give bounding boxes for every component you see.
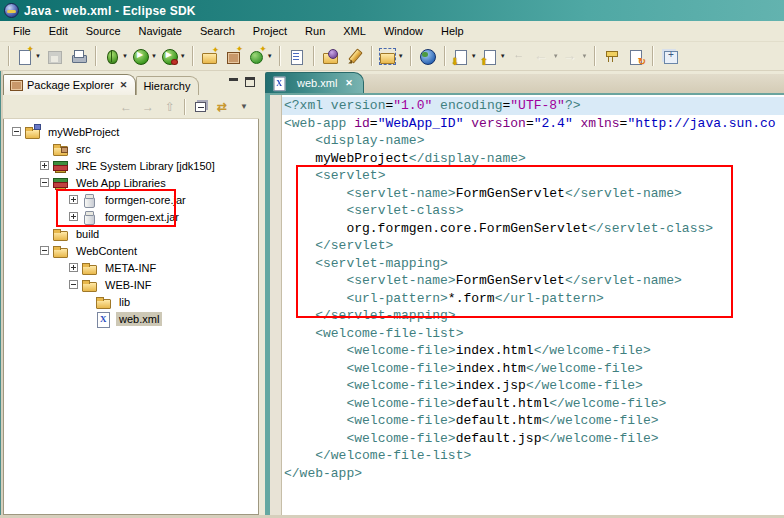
last-edit-location-button[interactable] [508, 44, 532, 68]
code-line-8[interactable]: org.formgen.core.FormGenServlet</servlet… [284, 220, 784, 238]
refresh-document-button[interactable] [624, 44, 648, 68]
close-icon[interactable]: ✕ [345, 78, 353, 88]
code-line-22[interactable]: </web-app> [284, 465, 784, 483]
title-bar[interactable]: Java - web.xml - Eclipse SDK [0, 0, 784, 21]
close-icon[interactable]: ✕ [120, 80, 128, 90]
menu-navigate[interactable]: Navigate [130, 22, 191, 40]
annotation-ruler[interactable] [270, 95, 282, 515]
code-line-19[interactable]: <welcome-file>default.htm</welcome-file> [284, 412, 784, 430]
up-button[interactable]: ⇧ [159, 97, 181, 117]
expand-icon[interactable] [40, 161, 49, 170]
menu-run[interactable]: Run [296, 22, 334, 40]
collapse-all-button[interactable] [189, 97, 211, 117]
xml-source-editor[interactable]: <?xml version="1.0" encoding="UTF-8"?><w… [282, 95, 784, 515]
forward-button[interactable]: ▼ [561, 44, 590, 68]
mark-location-button[interactable] [600, 44, 624, 68]
code-line-11[interactable]: <servlet-name>FormGenServlet</servlet-na… [284, 272, 784, 290]
dropdown-arrow-icon[interactable]: ▼ [500, 53, 506, 59]
minimize-view-icon[interactable] [229, 78, 239, 87]
back-button[interactable]: ▼ [532, 44, 561, 68]
tab-hierarchy[interactable]: Hierarchy [136, 76, 199, 95]
menu-project[interactable]: Project [244, 22, 296, 40]
dropdown-arrow-icon[interactable]: ▼ [122, 53, 128, 59]
collapse-icon[interactable] [12, 127, 21, 136]
new-button[interactable]: ▼ [14, 44, 43, 68]
code-line-15[interactable]: <welcome-file>index.html</welcome-file> [284, 342, 784, 360]
project-tree[interactable]: myWebProjectsrcJRE System Library [jdk15… [3, 119, 259, 515]
code-line-7[interactable]: <servlet-class> [284, 202, 784, 220]
tree-item-webcontent[interactable]: WebContent [4, 242, 258, 259]
dropdown-arrow-icon[interactable]: ▼ [398, 53, 404, 59]
dropdown-arrow-icon[interactable]: ▼ [582, 53, 588, 59]
tree-item-mywebproject[interactable]: myWebProject [4, 123, 258, 140]
code-line-10[interactable]: <servlet-mapping> [284, 255, 784, 273]
code-line-1[interactable]: <?xml version="1.0" encoding="UTF-8"?> [282, 97, 784, 115]
menu-window[interactable]: Window [375, 22, 432, 40]
code-line-16[interactable]: <welcome-file>index.htm</welcome-file> [284, 360, 784, 378]
code-line-5[interactable]: <servlet> [284, 167, 784, 185]
menu-search[interactable]: Search [191, 22, 244, 40]
open-resource-button[interactable] [319, 44, 343, 68]
code-line-2[interactable]: <web-app id="WebApp_ID" version="2.4" xm… [284, 115, 784, 133]
tree-item-web-xml[interactable]: web.xml [4, 310, 258, 327]
new-web-project-button[interactable] [198, 44, 222, 68]
tree-item-formgen-ext-jar[interactable]: formgen-ext.jar [4, 208, 258, 225]
highlight-pen-button[interactable] [343, 44, 367, 68]
code-line-6[interactable]: <servlet-name>FormGenServlet</servlet-na… [284, 185, 784, 203]
code-line-18[interactable]: <welcome-file>default.html</welcome-file… [284, 395, 784, 413]
tab-web-xml[interactable]: web.xml ✕ [265, 72, 364, 93]
code-line-21[interactable]: </welcome-file-list> [284, 447, 784, 465]
collapse-icon[interactable] [40, 246, 49, 255]
tree-item-lib[interactable]: lib [4, 293, 258, 310]
code-line-3[interactable]: <display-name> [284, 132, 784, 150]
view-menu-button[interactable]: ▼ [233, 97, 255, 117]
code-line-4[interactable]: myWebProject</display-name> [284, 150, 784, 168]
new-class-button[interactable]: ▼ [246, 44, 275, 68]
menu-help[interactable]: Help [432, 22, 473, 40]
previous-annotation-button[interactable]: ▼ [479, 44, 508, 68]
expand-icon[interactable] [69, 212, 78, 221]
menu-xml[interactable]: XML [334, 22, 375, 40]
tree-item-web-app-libraries[interactable]: Web App Libraries [4, 174, 258, 191]
open-type-button[interactable] [285, 44, 309, 68]
tree-item-build[interactable]: build [4, 225, 258, 242]
dropdown-arrow-icon[interactable]: ▼ [553, 53, 559, 59]
next-annotation-button[interactable]: ▼ [450, 44, 479, 68]
code-line-12[interactable]: <url-pattern>*.form</url-pattern> [284, 290, 784, 308]
dropdown-arrow-icon[interactable]: ▼ [151, 53, 157, 59]
run-last-launched-button[interactable]: ▼ [159, 44, 188, 68]
debug-button[interactable]: ▼ [101, 44, 130, 68]
code-line-13[interactable]: </servlet-mapping> [284, 307, 784, 325]
tree-item-jre-system-library-jdk150[interactable]: JRE System Library [jdk150] [4, 157, 258, 174]
menu-source[interactable]: Source [77, 22, 130, 40]
save-button[interactable] [43, 44, 67, 68]
code-line-17[interactable]: <welcome-file>index.jsp</welcome-file> [284, 377, 784, 395]
search-button[interactable]: ▼ [377, 44, 406, 68]
tab-package-explorer[interactable]: Package Explorer ✕ [3, 74, 136, 95]
dropdown-arrow-icon[interactable]: ▼ [267, 53, 273, 59]
expand-icon[interactable] [69, 263, 78, 272]
collapse-icon[interactable] [40, 178, 49, 187]
dropdown-arrow-icon[interactable]: ▼ [35, 53, 41, 59]
back-button[interactable]: ← [115, 97, 137, 117]
forward-button[interactable]: → [137, 97, 159, 117]
code-line-14[interactable]: <welcome-file-list> [284, 325, 784, 343]
print-button[interactable] [67, 44, 91, 68]
maximize-view-icon[interactable] [245, 77, 255, 87]
open-perspective-button[interactable] [658, 44, 682, 68]
code-line-9[interactable]: </servlet> [284, 237, 784, 255]
menu-edit[interactable]: Edit [40, 22, 77, 40]
tree-item-formgen-core-jar[interactable]: formgen-core.jar [4, 191, 258, 208]
tree-item-src[interactable]: src [4, 140, 258, 157]
open-web-browser-button[interactable] [416, 44, 440, 68]
tree-item-meta-inf[interactable]: META-INF [4, 259, 258, 276]
dropdown-arrow-icon[interactable]: ▼ [180, 53, 186, 59]
code-line-20[interactable]: <welcome-file>default.jsp</welcome-file> [284, 430, 784, 448]
menu-file[interactable]: File [4, 22, 40, 40]
collapse-icon[interactable] [69, 280, 78, 289]
run-button[interactable]: ▼ [130, 44, 159, 68]
link-with-editor-button[interactable]: ⇄ [211, 97, 233, 117]
dropdown-arrow-icon[interactable]: ▼ [471, 53, 477, 59]
tree-item-web-inf[interactable]: WEB-INF [4, 276, 258, 293]
new-package-button[interactable] [222, 44, 246, 68]
